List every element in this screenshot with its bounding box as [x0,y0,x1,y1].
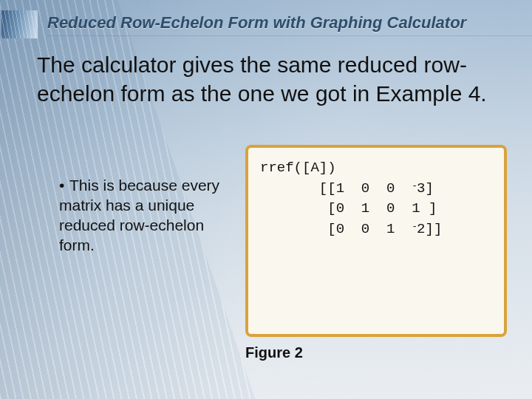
m-r2c1: 0 [336,200,344,216]
m-r3c2: 0 [361,221,369,237]
bullet-dot: • [59,176,69,196]
title-bar: Reduced Row-Echelon Form with Graphing C… [0,10,532,38]
slide: Reduced Row-Echelon Form with Graphing C… [0,0,532,399]
m-r1c2: 0 [361,180,369,197]
m-r1c4: 3 [417,180,425,197]
m-r3c4: 2 [417,221,425,237]
m-r2c4: 1 [412,200,420,216]
m-r1c1: 1 [336,180,344,197]
body-paragraph: The calculator gives the same reduced ro… [37,50,502,108]
building-icon [1,10,38,38]
m-r3c1: 0 [336,221,344,237]
bullet-list: •This is because every matrix has a uniq… [59,176,229,256]
calc-command: rref([A]) [260,160,336,176]
calculator-screen-frame: rref([A]) [[1 0 0 -3] [0 1 0 1 ] [0 0 1 … [245,145,507,337]
m-r2c2: 1 [361,200,369,216]
bullet-text: This is because every matrix has a uniqu… [59,177,219,253]
slide-title: Reduced Row-Echelon Form with Graphing C… [47,13,532,36]
figure-caption: Figure 2 [245,344,507,361]
m-r2c3: 0 [386,200,395,216]
calculator-screen: rref([A]) [[1 0 0 -3] [0 1 0 1 ] [0 0 1 … [260,158,492,239]
m-r1c3: 0 [386,180,395,197]
m-r3c3: 1 [386,221,395,237]
figure-2: rref([A]) [[1 0 0 -3] [0 1 0 1 ] [0 0 1 … [245,145,507,361]
